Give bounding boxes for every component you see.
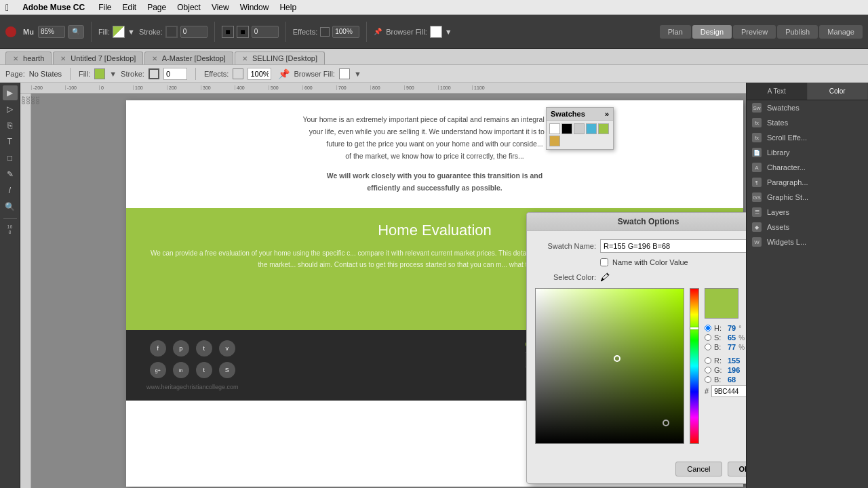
tab-amaster[interactable]: ✕ A-Master [Desktop] [144,52,233,64]
text-tab[interactable]: A Text [747,83,808,100]
pinterest-icon[interactable]: p [173,340,189,357]
browser-fill-color[interactable] [430,26,442,38]
tab-selling[interactable]: ✕ SELLING [Desktop] [235,52,325,64]
b2-radio[interactable] [705,376,711,383]
tab-untitled7[interactable]: ✕ Untitled 7 [Desktop] [53,52,143,64]
opacity-input[interactable] [332,26,359,38]
align-input[interactable] [252,26,279,38]
line-tool[interactable]: / [3,183,18,198]
t2-browser-arrow[interactable]: ▼ [354,70,361,78]
publish-tab[interactable]: Publish [777,25,818,39]
preview-tab[interactable]: Preview [733,25,776,39]
g-radio[interactable] [705,367,711,373]
t2-pin[interactable]: 📌 [278,68,290,79]
name-color-checkbox[interactable] [600,258,608,266]
gplus-icon[interactable]: g+ [150,362,166,378]
pen-tool[interactable]: ✎ [3,167,18,182]
b-radio[interactable] [705,344,711,350]
swatch-name-label: Swatch Name: [535,242,596,250]
t2-effects-btn[interactable] [233,68,243,79]
pin-icon[interactable]: 📌 [374,28,382,35]
shape-tool[interactable]: □ [3,150,18,165]
color-gradient[interactable] [535,288,684,444]
swatch-black[interactable] [561,123,572,134]
browser-fill-arrow[interactable]: ▼ [445,28,452,36]
tab-hearth[interactable]: ✕ hearth [5,52,52,64]
layers-menu[interactable]: ☰ Layers [747,205,868,220]
view-menu[interactable]: View [206,1,235,14]
zoom-button[interactable]: 🔍 [68,25,84,39]
widgets-menu[interactable]: W Widgets L... [747,235,868,249]
ok-button[interactable]: OK [728,462,747,476]
vimeo-icon[interactable]: v [219,340,235,357]
facebook-icon[interactable]: f [150,340,166,357]
fill-arrow[interactable]: ▼ [127,28,135,36]
swatch-gray[interactable] [574,123,585,134]
t2-fill-arrow[interactable]: ▼ [109,70,117,78]
effects-label: Effects: [293,28,317,36]
character-menu[interactable]: A Character... [747,160,868,175]
help-menu[interactable]: Help [274,1,302,14]
twitter-icon[interactable]: t [196,340,212,357]
graphic-styles-menu[interactable]: GS Graphic St... [747,190,868,205]
states-menu[interactable]: fx States [747,115,868,130]
library-menu[interactable]: 📄 Library [747,145,868,160]
t2-opacity[interactable] [248,68,271,80]
file-menu[interactable]: File [93,1,117,14]
hex-input[interactable] [711,385,746,397]
window-menu[interactable]: Window [235,1,275,14]
page-menu[interactable]: Page [142,1,172,14]
t2-fill-color[interactable] [94,68,105,79]
swatches-expand[interactable]: » [605,110,609,118]
canvas-area[interactable]: -200 -100 0 100 200 300 400 500 600 700 … [20,83,746,488]
character-icon: A [752,163,762,172]
crop-tool[interactable]: ⎘ [3,118,18,133]
edit-menu[interactable]: Edit [117,1,142,14]
linkedin-icon[interactable]: in [173,362,189,378]
app-name[interactable]: Adobe Muse CC [17,1,90,14]
skype-icon[interactable]: S [219,362,235,378]
t2-stroke-input[interactable] [163,68,187,80]
hue-strip[interactable] [690,288,699,444]
select-tool[interactable]: ▶ [3,85,18,100]
eyedropper-icon[interactable]: 🖍 [600,272,610,283]
tumblr-icon[interactable]: t [196,362,212,378]
t2-stroke-color[interactable] [149,68,159,79]
paragraph-menu[interactable]: ¶ Paragraph... [747,175,868,190]
manage-tab[interactable]: Manage [819,25,863,39]
s-label: S: [714,333,725,342]
swatch-white[interactable] [549,123,560,134]
fill-color[interactable] [113,26,125,38]
stroke-color[interactable] [165,26,178,38]
stroke-width[interactable] [180,26,208,38]
zoom-input[interactable] [38,26,65,38]
align-btn2[interactable]: ■ [237,26,249,38]
plan-tab[interactable]: Plan [660,25,691,39]
effects-btn[interactable] [320,27,330,37]
cancel-button[interactable]: Cancel [675,462,722,476]
t2-browser-fill[interactable] [339,68,350,79]
text-tool[interactable]: T [3,134,18,149]
paragraph-icon: ¶ [752,178,762,187]
s-radio[interactable] [705,334,711,341]
s-unit: % [738,334,745,342]
gradient-black [536,289,684,443]
swatch-blue[interactable] [586,123,597,134]
page-content: Your home is an extremely important piec… [31,94,746,488]
page-label: Page: [5,70,25,78]
color-tab[interactable]: Color [808,83,869,100]
scroll-effects-menu[interactable]: fx Scroll Effe... [747,130,868,145]
design-tab[interactable]: Design [692,25,732,39]
object-menu[interactable]: Object [172,1,206,14]
assets-menu[interactable]: ◆ Assets [747,220,868,235]
swatch-name-input[interactable] [600,239,746,253]
r-radio[interactable] [705,357,711,364]
direct-select-tool[interactable]: ▷ [3,102,18,117]
align-btn1[interactable]: ■ [222,26,234,38]
swatch-green[interactable] [598,123,609,134]
swatches-menu[interactable]: Sw Swatches [747,100,868,115]
fill-label: Fill: [98,28,110,36]
h-radio[interactable] [705,325,711,331]
swatch-yellow[interactable] [549,136,560,146]
zoom-tool[interactable]: 🔍 [3,199,18,214]
